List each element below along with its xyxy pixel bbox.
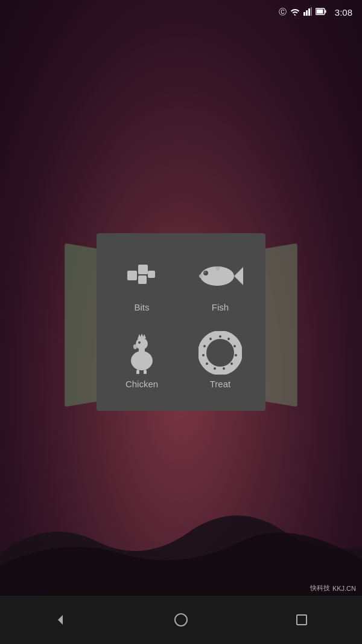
menu-item-bits[interactable]: Bits (103, 245, 181, 322)
chicken-label: Chicken (125, 379, 158, 389)
treat-label: Treat (210, 379, 230, 389)
svg-point-37 (233, 345, 236, 347)
fish-label: Fish (212, 302, 229, 312)
nav-recent-button[interactable] (284, 602, 320, 638)
watermark-text2: KKJ.CN (332, 585, 356, 592)
menu-item-fish[interactable]: Fish (181, 245, 259, 322)
svg-rect-10 (148, 271, 155, 278)
svg-point-18 (199, 274, 203, 278)
battery-icon (316, 8, 326, 17)
svg-rect-0 (303, 12, 305, 16)
svg-point-36 (227, 338, 230, 340)
nav-bar (0, 596, 362, 644)
svg-point-43 (202, 354, 205, 356)
svg-point-26 (138, 341, 141, 344)
svg-rect-1 (306, 10, 308, 16)
svg-rect-8 (138, 265, 148, 274)
popup-menu: Bits Fish (97, 233, 265, 411)
svg-point-47 (175, 614, 187, 626)
nav-back-button[interactable] (42, 602, 78, 638)
svg-rect-3 (311, 7, 312, 16)
status-icons: Ⓒ 3:08 (279, 7, 352, 18)
svg-point-38 (235, 354, 237, 356)
menu-item-treat[interactable]: Treat (181, 322, 259, 399)
svg-point-45 (209, 338, 212, 340)
svg-marker-46 (58, 615, 63, 625)
fish-icon (196, 255, 244, 297)
treat-icon (196, 332, 244, 374)
nav-home-button[interactable] (163, 602, 199, 638)
mountains (0, 505, 362, 596)
svg-rect-7 (127, 271, 137, 280)
svg-point-44 (203, 345, 206, 347)
svg-rect-29 (144, 370, 147, 374)
svg-point-41 (214, 367, 216, 370)
watermark-text1: 快科技 (310, 584, 330, 593)
svg-rect-5 (325, 10, 326, 13)
bits-label: Bits (134, 302, 149, 312)
svg-rect-28 (136, 370, 139, 374)
watermark: 快科技 KKJ.CN (310, 584, 356, 593)
status-time: 3:08 (335, 7, 352, 18)
svg-point-27 (133, 344, 137, 349)
svg-rect-2 (308, 8, 310, 16)
copyright-icon: Ⓒ (279, 7, 287, 18)
bits-icon (118, 255, 166, 297)
svg-point-21 (136, 338, 148, 350)
svg-marker-12 (234, 267, 243, 285)
svg-point-39 (230, 362, 233, 365)
svg-point-34 (202, 335, 238, 371)
chicken-icon (118, 332, 166, 374)
svg-point-35 (219, 335, 221, 338)
svg-rect-9 (138, 275, 147, 284)
svg-rect-48 (297, 615, 306, 625)
status-bar: Ⓒ 3:08 (0, 0, 362, 24)
svg-rect-6 (316, 9, 323, 13)
wifi-icon (290, 7, 300, 18)
menu-item-chicken[interactable]: Chicken (103, 322, 181, 399)
svg-point-42 (206, 362, 208, 365)
svg-point-40 (223, 367, 225, 370)
signal-icon (303, 7, 312, 18)
